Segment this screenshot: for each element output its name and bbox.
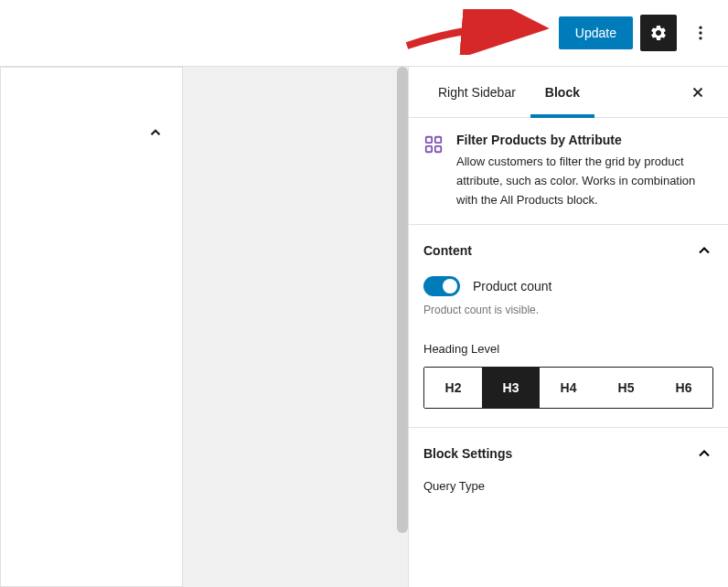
tab-block[interactable]: Block: [530, 67, 594, 117]
panel-content: Content Product count Product count is v…: [409, 224, 728, 427]
svg-point-0: [699, 27, 701, 29]
canvas-block[interactable]: [0, 67, 183, 587]
svg-rect-7: [426, 146, 432, 152]
editor-canvas[interactable]: [0, 67, 408, 587]
block-title: Filter Products by Attribute: [456, 133, 713, 147]
heading-level-label: Heading Level: [423, 342, 713, 356]
gear-icon: [649, 24, 668, 42]
heading-h2-button[interactable]: H2: [424, 368, 482, 408]
svg-rect-5: [426, 137, 432, 143]
chevron-up-icon: [695, 444, 713, 463]
product-count-hint: Product count is visible.: [423, 304, 713, 316]
heading-h6-button[interactable]: H6: [655, 368, 712, 408]
svg-rect-8: [435, 146, 441, 152]
heading-h3-button[interactable]: H3: [482, 368, 540, 408]
product-count-toggle[interactable]: [423, 276, 460, 296]
svg-rect-6: [435, 137, 441, 143]
panel-block-settings-title: Block Settings: [423, 446, 512, 461]
panel-content-title: Content: [423, 243, 472, 258]
panel-content-header[interactable]: Content: [409, 225, 728, 276]
heading-h4-button[interactable]: H4: [540, 368, 597, 408]
svg-point-1: [699, 31, 701, 34]
close-sidebar-button[interactable]: [682, 77, 713, 108]
chevron-up-icon: [695, 241, 713, 260]
heading-level-group: H2 H3 H4 H5 H6: [423, 367, 713, 409]
product-count-label: Product count: [473, 279, 551, 294]
more-vertical-icon: [691, 24, 710, 42]
svg-point-2: [699, 37, 701, 39]
more-options-button[interactable]: [684, 15, 717, 51]
panel-block-settings-header[interactable]: Block Settings: [409, 428, 728, 479]
canvas-scrollbar[interactable]: [397, 67, 408, 533]
chevron-up-icon: [147, 124, 164, 141]
block-info: Filter Products by Attribute Allow custo…: [409, 118, 728, 224]
settings-button[interactable]: [640, 15, 677, 51]
block-sidebar: Right Sidebar Block Filter Products by A…: [408, 67, 728, 587]
query-type-label: Query Type: [409, 479, 728, 493]
update-button[interactable]: Update: [559, 16, 633, 49]
filter-attribute-icon: [423, 134, 444, 209]
panel-block-settings: Block Settings Query Type: [409, 427, 728, 493]
tab-right-sidebar[interactable]: Right Sidebar: [423, 67, 530, 117]
sidebar-tabs: Right Sidebar Block: [409, 67, 728, 118]
toggle-knob: [443, 279, 457, 294]
close-icon: [690, 84, 706, 101]
heading-h5-button[interactable]: H5: [597, 368, 655, 408]
block-description: Allow customers to filter the grid by pr…: [456, 153, 713, 209]
